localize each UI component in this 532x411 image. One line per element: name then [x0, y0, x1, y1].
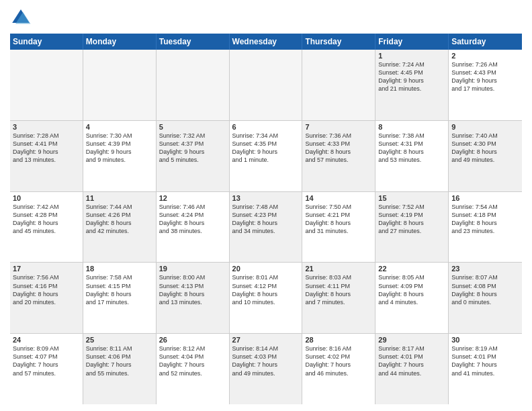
day-number: 30 [451, 336, 519, 344]
cal-row-2: 10Sunrise: 7:42 AM Sunset: 4:28 PM Dayli… [10, 192, 522, 263]
weekday-header-sunday: Sunday [10, 34, 83, 50]
day-info: Sunrise: 7:44 AM Sunset: 4:26 PM Dayligh… [86, 203, 153, 236]
day-number: 29 [378, 336, 445, 344]
weekday-header-saturday: Saturday [449, 34, 522, 50]
day-number: 9 [451, 123, 519, 131]
day-info: Sunrise: 8:16 AM Sunset: 4:02 PM Dayligh… [305, 345, 372, 377]
cal-cell-day-18: 18Sunrise: 7:58 AM Sunset: 4:15 PM Dayli… [83, 263, 157, 333]
cal-row-3: 17Sunrise: 7:56 AM Sunset: 4:16 PM Dayli… [10, 263, 522, 334]
day-number: 7 [305, 123, 372, 131]
day-number: 20 [232, 265, 300, 273]
day-number: 19 [159, 265, 226, 273]
day-info: Sunrise: 7:48 AM Sunset: 4:23 PM Dayligh… [232, 203, 300, 236]
day-number: 26 [159, 336, 226, 344]
day-info: Sunrise: 8:14 AM Sunset: 4:03 PM Dayligh… [232, 345, 300, 377]
day-info: Sunrise: 7:50 AM Sunset: 4:21 PM Dayligh… [305, 203, 372, 236]
day-number: 10 [13, 194, 80, 202]
day-number: 15 [378, 194, 445, 202]
day-number: 6 [232, 123, 300, 131]
day-info: Sunrise: 7:30 AM Sunset: 4:39 PM Dayligh… [86, 132, 153, 165]
day-number: 13 [232, 194, 300, 202]
cal-cell-day-5: 5Sunrise: 7:32 AM Sunset: 4:37 PM Daylig… [157, 121, 230, 191]
day-number: 11 [86, 194, 153, 202]
cal-cell-empty [157, 50, 230, 120]
day-info: Sunrise: 7:36 AM Sunset: 4:33 PM Dayligh… [305, 132, 372, 165]
cal-cell-day-9: 9Sunrise: 7:40 AM Sunset: 4:30 PM Daylig… [449, 121, 522, 191]
cal-cell-day-3: 3Sunrise: 7:28 AM Sunset: 4:41 PM Daylig… [10, 121, 83, 191]
day-info: Sunrise: 7:38 AM Sunset: 4:31 PM Dayligh… [378, 132, 445, 165]
day-number: 18 [86, 265, 153, 273]
day-info: Sunrise: 7:52 AM Sunset: 4:19 PM Dayligh… [378, 203, 445, 236]
cal-row-4: 24Sunrise: 8:09 AM Sunset: 4:07 PM Dayli… [10, 334, 522, 404]
cal-cell-day-15: 15Sunrise: 7:52 AM Sunset: 4:19 PM Dayli… [375, 192, 449, 263]
day-info: Sunrise: 8:05 AM Sunset: 4:09 PM Dayligh… [378, 273, 445, 306]
cal-cell-day-11: 11Sunrise: 7:44 AM Sunset: 4:26 PM Dayli… [83, 192, 157, 263]
cal-cell-day-12: 12Sunrise: 7:46 AM Sunset: 4:24 PM Dayli… [157, 192, 230, 263]
weekday-header-monday: Monday [83, 34, 157, 50]
cal-cell-day-10: 10Sunrise: 7:42 AM Sunset: 4:28 PM Dayli… [10, 192, 83, 263]
header [10, 7, 522, 28]
day-number: 14 [305, 194, 372, 202]
day-info: Sunrise: 8:19 AM Sunset: 4:01 PM Dayligh… [451, 345, 519, 377]
day-info: Sunrise: 8:17 AM Sunset: 4:01 PM Dayligh… [378, 345, 445, 377]
cal-cell-day-27: 27Sunrise: 8:14 AM Sunset: 4:03 PM Dayli… [230, 334, 303, 404]
day-info: Sunrise: 7:42 AM Sunset: 4:28 PM Dayligh… [13, 203, 80, 236]
day-info: Sunrise: 8:00 AM Sunset: 4:13 PM Dayligh… [159, 273, 226, 306]
day-info: Sunrise: 8:12 AM Sunset: 4:04 PM Dayligh… [159, 345, 226, 377]
day-info: Sunrise: 7:58 AM Sunset: 4:15 PM Dayligh… [86, 273, 153, 306]
day-info: Sunrise: 7:46 AM Sunset: 4:24 PM Dayligh… [159, 203, 226, 236]
logo [10, 7, 34, 28]
day-info: Sunrise: 8:01 AM Sunset: 4:12 PM Dayligh… [232, 273, 300, 306]
cal-cell-day-29: 29Sunrise: 8:17 AM Sunset: 4:01 PM Dayli… [375, 334, 449, 404]
day-number: 27 [232, 336, 300, 344]
day-number: 8 [378, 123, 445, 131]
day-number: 25 [86, 336, 153, 344]
cal-cell-day-22: 22Sunrise: 8:05 AM Sunset: 4:09 PM Dayli… [375, 263, 449, 333]
day-info: Sunrise: 7:24 AM Sunset: 4:45 PM Dayligh… [378, 60, 445, 93]
day-number: 1 [378, 52, 445, 60]
weekday-header-friday: Friday [375, 34, 449, 50]
day-info: Sunrise: 8:11 AM Sunset: 4:06 PM Dayligh… [86, 345, 153, 377]
day-number: 12 [159, 194, 226, 202]
day-info: Sunrise: 8:07 AM Sunset: 4:08 PM Dayligh… [451, 273, 519, 306]
day-number: 4 [86, 123, 153, 131]
day-number: 22 [378, 265, 445, 273]
weekday-header-tuesday: Tuesday [157, 34, 230, 50]
day-info: Sunrise: 8:03 AM Sunset: 4:11 PM Dayligh… [305, 273, 372, 306]
cal-cell-day-25: 25Sunrise: 8:11 AM Sunset: 4:06 PM Dayli… [83, 334, 157, 404]
cal-row-1: 3Sunrise: 7:28 AM Sunset: 4:41 PM Daylig… [10, 121, 522, 192]
cal-cell-day-19: 19Sunrise: 8:00 AM Sunset: 4:13 PM Dayli… [157, 263, 230, 333]
cal-cell-empty [302, 50, 375, 120]
cal-cell-day-6: 6Sunrise: 7:34 AM Sunset: 4:35 PM Daylig… [230, 121, 303, 191]
cal-cell-day-1: 1Sunrise: 7:24 AM Sunset: 4:45 PM Daylig… [375, 50, 449, 120]
day-info: Sunrise: 7:26 AM Sunset: 4:43 PM Dayligh… [451, 60, 519, 93]
weekday-header-wednesday: Wednesday [230, 34, 303, 50]
cal-cell-day-30: 30Sunrise: 8:19 AM Sunset: 4:01 PM Dayli… [449, 334, 522, 404]
cal-cell-day-14: 14Sunrise: 7:50 AM Sunset: 4:21 PM Dayli… [302, 192, 375, 263]
cal-body: 1Sunrise: 7:24 AM Sunset: 4:45 PM Daylig… [10, 50, 522, 404]
cal-header: SundayMondayTuesdayWednesdayThursdayFrid… [10, 34, 522, 50]
day-info: Sunrise: 7:54 AM Sunset: 4:18 PM Dayligh… [451, 203, 519, 236]
cal-row-0: 1Sunrise: 7:24 AM Sunset: 4:45 PM Daylig… [10, 50, 522, 121]
day-number: 3 [13, 123, 80, 131]
cal-cell-empty [83, 50, 157, 120]
day-number: 24 [13, 336, 80, 344]
cal-cell-day-24: 24Sunrise: 8:09 AM Sunset: 4:07 PM Dayli… [10, 334, 83, 404]
cal-cell-day-4: 4Sunrise: 7:30 AM Sunset: 4:39 PM Daylig… [83, 121, 157, 191]
cal-cell-day-20: 20Sunrise: 8:01 AM Sunset: 4:12 PM Dayli… [230, 263, 303, 333]
cal-cell-empty [10, 50, 83, 120]
day-info: Sunrise: 7:40 AM Sunset: 4:30 PM Dayligh… [451, 132, 519, 165]
logo-icon [10, 7, 32, 28]
cal-cell-day-13: 13Sunrise: 7:48 AM Sunset: 4:23 PM Dayli… [230, 192, 303, 263]
day-number: 17 [13, 265, 80, 273]
day-info: Sunrise: 7:56 AM Sunset: 4:16 PM Dayligh… [13, 273, 80, 306]
cal-cell-day-28: 28Sunrise: 8:16 AM Sunset: 4:02 PM Dayli… [302, 334, 375, 404]
cal-cell-day-17: 17Sunrise: 7:56 AM Sunset: 4:16 PM Dayli… [10, 263, 83, 333]
weekday-header-thursday: Thursday [302, 34, 375, 50]
day-number: 2 [451, 52, 519, 60]
cal-cell-day-2: 2Sunrise: 7:26 AM Sunset: 4:43 PM Daylig… [449, 50, 522, 120]
calendar: SundayMondayTuesdayWednesdayThursdayFrid… [10, 34, 522, 404]
page: SundayMondayTuesdayWednesdayThursdayFrid… [0, 0, 532, 411]
cal-cell-day-7: 7Sunrise: 7:36 AM Sunset: 4:33 PM Daylig… [302, 121, 375, 191]
cal-cell-day-26: 26Sunrise: 8:12 AM Sunset: 4:04 PM Dayli… [157, 334, 230, 404]
